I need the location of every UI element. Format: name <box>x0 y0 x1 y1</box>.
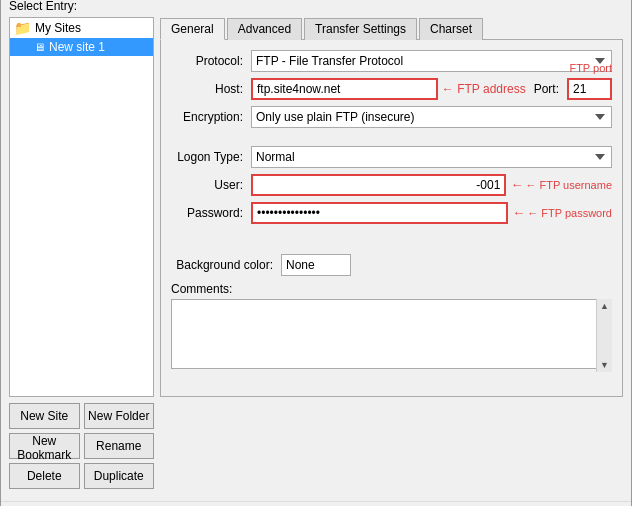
rename-button[interactable]: Rename <box>84 433 155 459</box>
comments-textarea[interactable] <box>171 299 612 369</box>
tab-general[interactable]: General <box>160 18 225 40</box>
tree-item-new-site-1[interactable]: 🖥 New site 1 <box>10 38 153 56</box>
bottom-bar: Connect OK Cancel <box>1 501 631 507</box>
scroll-down-icon[interactable]: ▼ <box>600 360 609 370</box>
bg-color-select[interactable]: None <box>281 254 351 276</box>
button-row-3: Delete Duplicate <box>9 463 154 489</box>
user-input[interactable] <box>251 174 506 196</box>
protocol-row: Protocol: FTP - File Transfer Protocol <box>171 50 612 72</box>
logon-type-row: Logon Type: Normal <box>171 146 612 168</box>
ftp-username-annotation: ← FTP username <box>525 179 612 191</box>
left-buttons-row1: New Site New Folder New Bookmark Rename … <box>9 403 623 489</box>
protocol-label: Protocol: <box>171 54 251 68</box>
host-input[interactable] <box>251 78 438 100</box>
comments-label: Comments: <box>171 282 612 296</box>
host-label: Host: <box>171 82 251 96</box>
folder-icon: 📁 <box>14 20 31 36</box>
new-site-button[interactable]: New Site <box>9 403 80 429</box>
tree-root-my-sites[interactable]: 📁 My Sites <box>10 18 153 38</box>
tab-charset[interactable]: Charset <box>419 18 483 40</box>
scroll-up-icon[interactable]: ▲ <box>600 301 609 311</box>
ftp-port-annotation: FTP port <box>569 62 612 74</box>
button-row-1: New Site New Folder <box>9 403 154 429</box>
port-label: Port: <box>530 82 563 96</box>
select-entry-label: Select Entry: <box>9 0 623 13</box>
site-manager-window: Site Manager ─ □ ✕ Select Entry: 📁 My Si… <box>0 0 632 506</box>
right-panel: General Advanced Transfer Settings Chars… <box>160 17 623 397</box>
logon-type-select[interactable]: Normal <box>251 146 612 168</box>
user-row: User: ← ← FTP username <box>171 174 612 196</box>
ftp-address-annotation: ← FTP address <box>438 82 530 96</box>
site-icon: 🖥 <box>34 41 45 53</box>
content-area: Select Entry: 📁 My Sites 🖥 New site 1 G <box>1 0 631 497</box>
encryption-label: Encryption: <box>171 110 251 124</box>
password-arrow-icon: ← <box>512 205 525 220</box>
left-button-group: New Site New Folder New Bookmark Rename … <box>9 403 154 489</box>
encryption-select[interactable]: Only use plain FTP (insecure) <box>251 106 612 128</box>
port-input[interactable] <box>567 78 612 100</box>
new-folder-button[interactable]: New Folder <box>84 403 155 429</box>
ftp-password-annotation: ← FTP password <box>527 207 612 219</box>
protocol-select[interactable]: FTP - File Transfer Protocol <box>251 50 612 72</box>
user-label: User: <box>171 178 251 192</box>
host-row: Host: ← FTP address Port: FTP port <box>171 78 612 100</box>
ftp-password-annotation-block: ← ← FTP password <box>512 205 612 220</box>
comments-section: Comments: ▲ ▼ <box>171 282 612 372</box>
bg-color-row: Background color: None <box>171 254 612 276</box>
delete-button[interactable]: Delete <box>9 463 80 489</box>
password-input[interactable] <box>251 202 508 224</box>
button-row-2: New Bookmark Rename <box>9 433 154 459</box>
tab-advanced[interactable]: Advanced <box>227 18 302 40</box>
encryption-row: Encryption: Only use plain FTP (insecure… <box>171 106 612 128</box>
duplicate-button[interactable]: Duplicate <box>84 463 155 489</box>
scrollbar[interactable]: ▲ ▼ <box>596 299 612 372</box>
tab-content-general: Protocol: FTP - File Transfer Protocol H… <box>160 40 623 397</box>
new-bookmark-button[interactable]: New Bookmark <box>9 433 80 459</box>
tabs-bar: General Advanced Transfer Settings Chars… <box>160 17 623 40</box>
password-label: Password: <box>171 206 251 220</box>
ftp-username-annotation-block: ← ← FTP username <box>510 177 612 192</box>
bg-color-label: Background color: <box>171 258 281 272</box>
new-site-1-label: New site 1 <box>49 40 105 54</box>
tab-transfer-settings[interactable]: Transfer Settings <box>304 18 417 40</box>
username-arrow-icon: ← <box>510 177 523 192</box>
right-spacer <box>160 403 623 489</box>
logon-type-label: Logon Type: <box>171 150 251 164</box>
main-area: 📁 My Sites 🖥 New site 1 General Advanced <box>9 17 623 397</box>
my-sites-label: My Sites <box>35 21 81 35</box>
password-row: Password: ← ← FTP password <box>171 202 612 224</box>
left-panel: 📁 My Sites 🖥 New site 1 <box>9 17 154 397</box>
